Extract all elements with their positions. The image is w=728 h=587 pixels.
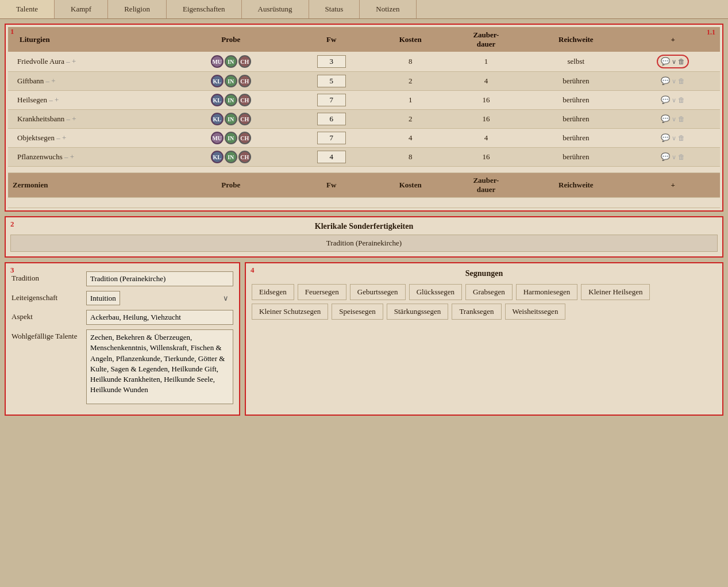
liturgien-probe-cell: KLINCH — [174, 148, 288, 167]
chevron-icon[interactable]: ∨ — [672, 135, 676, 142]
comment-icon[interactable]: 💬 — [661, 152, 670, 162]
segnung-button[interactable]: Feuersegen — [298, 284, 346, 300]
liturgien-kosten-cell: 2 — [375, 110, 446, 129]
liturgien-fw-cell — [288, 72, 375, 91]
trash-icon[interactable]: 🗑 — [678, 77, 685, 86]
tab-status[interactable]: Status — [309, 0, 360, 18]
liturgien-name-cell: Heilsegen – + — [8, 91, 174, 110]
liturgien-reichweite-cell: berühren — [526, 148, 626, 167]
segnung-button[interactable]: Speisesegen — [332, 304, 383, 320]
chevron-icon[interactable]: ∨ — [672, 97, 676, 104]
fw-input[interactable] — [317, 132, 346, 144]
liturgien-zauberdauer-cell: 4 — [446, 129, 526, 148]
attr-badge-IN: IN — [225, 132, 237, 144]
attr-badge-IN: IN — [225, 94, 237, 106]
attr-badge-CH: CH — [238, 94, 251, 106]
liturgien-plus-header[interactable]: + 1.1 — [626, 27, 720, 52]
section2-title: Klerikale Sonderfertigkeiten — [10, 222, 718, 231]
liturgien-reichweite-cell: selbst — [526, 52, 626, 72]
section-liturgien: 1 Liturgien Probe Fw Kosten Zauber-dauer… — [5, 24, 723, 212]
liturgien-zauberdauer-cell: 1 — [446, 52, 526, 72]
leiteigenschaft-select[interactable]: Intuition — [86, 291, 120, 305]
zermonien-plus-btn[interactable]: + — [626, 173, 720, 198]
chevron-icon[interactable]: ∨ — [672, 78, 676, 85]
liturgien-fw-cell — [288, 148, 375, 167]
segnung-button[interactable]: Eidsegen — [252, 284, 294, 300]
tab-notizen[interactable]: Notizen — [360, 0, 416, 18]
segnung-button[interactable]: Harmoniesegen — [516, 284, 578, 300]
liturgien-fw-cell — [288, 110, 375, 129]
chevron-icon[interactable]: ∨ — [672, 116, 676, 123]
segnung-button[interactable]: Kleiner Heilsegen — [581, 284, 650, 300]
tab-talente[interactable]: Talente — [0, 0, 55, 18]
trash-icon[interactable]: 🗑 — [678, 96, 685, 105]
segnung-button[interactable]: Tranksegen — [452, 304, 501, 320]
liturgien-name-cell: Krankheitsbann – + — [8, 110, 174, 129]
nav-tabs: Talente Kampf Religion Eigenschaften Aus… — [0, 0, 728, 19]
trash-icon[interactable]: 🗑 — [678, 115, 685, 124]
trash-icon[interactable]: 🗑 — [678, 57, 685, 66]
liturgien-zauberdauer-header: Zauber-dauer — [446, 27, 526, 52]
zermonien-zauberdauer-header: Zauber-dauer — [446, 173, 526, 198]
trash-icon[interactable]: 🗑 — [678, 134, 685, 143]
comment-icon[interactable]: 💬 — [661, 95, 670, 105]
section2-number: 2 — [10, 220, 14, 229]
comment-icon[interactable]: 💬 — [661, 114, 670, 124]
fw-input[interactable] — [317, 94, 346, 106]
segnung-button[interactable]: Grabsegen — [465, 284, 513, 300]
segnung-button[interactable]: Geburtssegen — [350, 284, 406, 300]
trash-icon[interactable]: 🗑 — [678, 153, 685, 162]
section-tradition: 3 Tradition Leiteigenschaft Intuition As… — [5, 262, 240, 416]
wohlgefaellige-textarea[interactable]: Zechen, Bekehren & Überzeugen, Menschenk… — [86, 329, 233, 404]
tab-eigenschaften[interactable]: Eigenschaften — [167, 0, 242, 18]
liturgien-probe-header: Probe — [174, 27, 288, 52]
liturgien-fw-header: Fw — [288, 27, 375, 52]
attr-badge-CH: CH — [238, 151, 251, 163]
tradition-input[interactable] — [86, 271, 233, 286]
attr-badge-IN: IN — [225, 55, 237, 68]
zermonien-fw-header: Fw — [288, 173, 375, 198]
liturgien-zauberdauer-cell: 4 — [446, 72, 526, 91]
liturgien-kosten-cell: 1 — [375, 91, 446, 110]
chevron-icon[interactable]: ∨ — [672, 154, 676, 161]
tab-kampf[interactable]: Kampf — [55, 0, 108, 18]
liturgien-zauberdauer-cell: 16 — [446, 110, 526, 129]
liturgien-actions-cell: 💬 ∨ 🗑 — [626, 72, 720, 91]
chevron-icon[interactable]: ∨ — [672, 58, 676, 66]
attr-badge-IN: IN — [225, 113, 237, 125]
segnung-button[interactable]: Kleiner Schutzsegen — [252, 304, 328, 320]
segnung-button[interactable]: Glückssegen — [409, 284, 462, 300]
liturgien-actions-cell: 💬 ∨ 🗑 — [626, 52, 720, 72]
liturgien-probe-cell: MUINCH — [174, 129, 288, 148]
liturgien-name-cell: Pflanzenwuchs – + — [8, 148, 174, 167]
segnung-button[interactable]: Weisheitssegen — [505, 304, 566, 320]
tradition-bar: Tradition (Perainekirche) — [10, 235, 718, 252]
attr-badge-CH: CH — [238, 113, 251, 125]
comment-icon[interactable]: 💬 — [661, 133, 670, 143]
liturgien-fw-cell — [288, 129, 375, 148]
liturgien-kosten-cell: 8 — [375, 148, 446, 167]
section-klerikale: 2 Klerikale Sonderfertigkeiten Tradition… — [5, 216, 723, 258]
segnung-button[interactable]: Stärkungssegen — [387, 304, 449, 320]
fw-input[interactable] — [317, 75, 346, 87]
fw-input[interactable] — [317, 55, 346, 68]
tab-religion[interactable]: Religion — [108, 0, 167, 18]
zermonien-probe-header: Probe — [174, 173, 288, 198]
fw-input[interactable] — [317, 151, 346, 163]
fw-input[interactable] — [317, 113, 346, 125]
attr-badge-KL: KL — [211, 94, 224, 106]
liturgien-probe-cell: KLINCH — [174, 91, 288, 110]
liturgien-actions-cell: 💬 ∨ 🗑 — [626, 91, 720, 110]
attr-badge-CH: CH — [238, 75, 251, 87]
tab-ausruestung[interactable]: Ausrüstung — [242, 0, 309, 18]
liturgien-name-cell: Giftbann – + — [8, 72, 174, 91]
attr-badge-IN: IN — [225, 151, 237, 163]
liturgien-fw-cell — [288, 52, 375, 72]
main-content: 1 Liturgien Probe Fw Kosten Zauber-dauer… — [0, 19, 728, 420]
attr-badge-KL: KL — [211, 151, 224, 163]
aspekt-input[interactable] — [86, 310, 233, 325]
liturgien-probe-cell: MUINCH — [174, 52, 288, 72]
leiteigenschaft-label: Leiteigenschaft — [11, 291, 86, 302]
comment-icon[interactable]: 💬 — [661, 76, 670, 86]
comment-icon[interactable]: 💬 — [661, 57, 670, 66]
